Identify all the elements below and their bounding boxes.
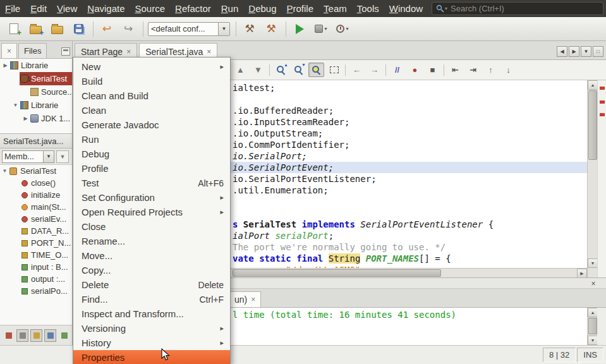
insert-mode-status[interactable]: INS bbox=[577, 348, 603, 362]
menu-view[interactable]: View bbox=[52, 0, 82, 17]
expander-icon[interactable]: ▶ bbox=[21, 116, 30, 121]
scrollbar-thumb[interactable] bbox=[588, 318, 597, 334]
show-non-public-filter[interactable] bbox=[44, 329, 56, 342]
context-menu-item-profile[interactable]: Profile bbox=[73, 161, 230, 176]
sort-by-source-filter[interactable] bbox=[58, 329, 70, 342]
context-menu-item-set-configuration[interactable]: Set Configuration▸ bbox=[73, 190, 230, 205]
context-menu-item-debug[interactable]: Debug bbox=[73, 147, 230, 161]
context-menu-item-versioning[interactable]: Versioning▸ bbox=[73, 321, 230, 336]
context-menu-item-inspect-and-transform[interactable]: Inspect and Transform... bbox=[73, 306, 230, 321]
chevron-down-icon[interactable]: ▾ bbox=[346, 26, 348, 32]
navigator-tree[interactable]: ▼SerialTestclose()initializemain(St...se… bbox=[0, 165, 72, 325]
context-menu-item-close[interactable]: Close bbox=[73, 219, 230, 234]
navigator-item[interactable]: PORT_N... bbox=[0, 237, 72, 249]
close-tab-icon[interactable]: × bbox=[126, 47, 131, 56]
context-menu-item-properties[interactable]: Properties bbox=[73, 350, 230, 364]
context-menu-item-delete[interactable]: DeleteDelete bbox=[73, 277, 230, 292]
menu-file[interactable]: File bbox=[0, 0, 25, 17]
output-vertical-scrollbar[interactable]: ▲ ▼ bbox=[587, 308, 597, 345]
chevron-down-icon[interactable]: ▼ bbox=[44, 150, 54, 163]
profile-project-button[interactable]: ▾ bbox=[334, 20, 351, 38]
project-tree-item[interactable]: ▶JDK 1... bbox=[0, 112, 72, 125]
toggle-rectangular-selection-button[interactable] bbox=[326, 63, 342, 77]
go-forward-button[interactable]: → bbox=[367, 63, 382, 77]
close-output-icon[interactable]: × bbox=[588, 279, 598, 288]
maximize-window-button[interactable]: □ bbox=[593, 46, 603, 57]
scrollbar-thumb[interactable] bbox=[588, 90, 597, 160]
context-menu-item-copy[interactable]: Copy... bbox=[73, 263, 230, 277]
stop-macro-recording-button[interactable]: ■ bbox=[425, 63, 440, 77]
navigator-item[interactable]: DATA_R... bbox=[0, 225, 72, 237]
show-inherited-members-filter[interactable] bbox=[3, 329, 15, 342]
context-menu-item-build[interactable]: Build bbox=[73, 74, 230, 88]
expander-icon[interactable]: ▼ bbox=[11, 102, 20, 108]
error-mark[interactable] bbox=[600, 113, 605, 116]
context-menu-item-rename[interactable]: Rename... bbox=[73, 234, 230, 248]
search-scope-arrow-icon[interactable]: ▾ bbox=[445, 6, 447, 11]
menu-team[interactable]: Team bbox=[318, 0, 352, 17]
scroll-up-icon[interactable]: ▲ bbox=[588, 308, 598, 317]
project-tree-item[interactable]: Source... bbox=[0, 85, 72, 99]
scroll-down-icon[interactable]: ▼ bbox=[588, 336, 598, 345]
move-line-down-button[interactable]: ↓ bbox=[500, 63, 516, 77]
context-menu-item-clean[interactable]: Clean bbox=[73, 103, 230, 118]
context-menu-item-find[interactable]: Find...Ctrl+F bbox=[73, 292, 230, 306]
context-menu-item-clean-and-build[interactable]: Clean and Build bbox=[73, 88, 230, 103]
debug-project-button[interactable]: ▾ bbox=[312, 20, 330, 38]
navigator-item[interactable]: initialize bbox=[0, 189, 72, 201]
navigator-item[interactable]: serialEv... bbox=[0, 213, 72, 225]
new-project-button[interactable] bbox=[27, 20, 44, 38]
show-fields-filter[interactable] bbox=[16, 329, 28, 342]
project-tree-item[interactable]: SerialTest bbox=[0, 72, 72, 85]
next-bookmark-button[interactable]: ▼ bbox=[250, 63, 266, 77]
previous-bookmark-button[interactable]: ▲ bbox=[233, 63, 248, 77]
tab-files[interactable]: Files bbox=[18, 43, 47, 58]
expander-icon[interactable]: ▶ bbox=[1, 63, 9, 68]
clean-and-build-button[interactable]: ⚒ bbox=[262, 20, 280, 38]
navigator-item[interactable]: serialPo... bbox=[0, 285, 72, 297]
navigator-view-value[interactable]: Memb... bbox=[2, 150, 44, 163]
navigator-item[interactable]: input : B... bbox=[0, 261, 72, 273]
menu-tools[interactable]: Tools bbox=[352, 0, 384, 17]
navigator-item[interactable]: main(St... bbox=[0, 201, 72, 213]
menu-debug[interactable]: Debug bbox=[243, 0, 281, 17]
menu-navigate[interactable]: Navigate bbox=[82, 0, 130, 17]
navigator-item[interactable]: close() bbox=[0, 177, 72, 189]
undo-button[interactable]: ↩ bbox=[98, 20, 116, 38]
menu-source[interactable]: Source bbox=[130, 0, 171, 17]
scroll-down-icon[interactable]: ▼ bbox=[588, 258, 598, 268]
close-tab-icon[interactable]: × bbox=[207, 47, 211, 56]
projects-tree[interactable]: ▶LibrarieSerialTestSource...▼Librarie▶JD… bbox=[0, 59, 72, 133]
context-menu-item-history[interactable]: History▸ bbox=[73, 336, 230, 350]
project-tree-item[interactable]: ▶Librarie bbox=[0, 59, 72, 72]
save-all-button[interactable] bbox=[70, 20, 87, 38]
error-mark[interactable] bbox=[600, 100, 605, 104]
redo-button[interactable]: ↪ bbox=[119, 20, 137, 38]
navigator-item[interactable]: TIME_O... bbox=[0, 249, 72, 261]
configuration-value[interactable]: <default conf... bbox=[148, 22, 219, 36]
toggle-search-highlight-button[interactable] bbox=[308, 63, 324, 77]
editor-vertical-scrollbar[interactable]: ▲ ▼ bbox=[587, 80, 597, 277]
shift-line-left-button[interactable]: ⇤ bbox=[447, 63, 463, 77]
context-menu-item-new[interactable]: New▸ bbox=[73, 59, 230, 74]
new-file-button[interactable] bbox=[5, 20, 23, 38]
close-tab-icon[interactable]: × bbox=[7, 47, 11, 56]
menu-edit[interactable]: Edit bbox=[25, 0, 52, 17]
error-mark[interactable] bbox=[600, 87, 605, 90]
tab-projects-truncated[interactable]: × bbox=[1, 43, 17, 58]
build-project-button[interactable]: ⚒ bbox=[241, 20, 258, 38]
tab-scroll-right-button[interactable]: ▶ bbox=[569, 46, 579, 57]
scroll-up-icon[interactable]: ▲ bbox=[588, 80, 598, 90]
context-menu-item-open-required-projects[interactable]: Open Required Projects▸ bbox=[73, 205, 230, 219]
context-menu-item-generate-javadoc[interactable]: Generate Javadoc bbox=[73, 118, 230, 132]
navigator-filter-icon[interactable]: ▼ bbox=[56, 150, 69, 163]
scrollbar-thumb[interactable] bbox=[233, 269, 441, 277]
find-next-occurrence-button[interactable]: ▼ bbox=[291, 63, 306, 77]
open-project-button[interactable] bbox=[48, 20, 66, 38]
close-tab-icon[interactable]: × bbox=[251, 295, 255, 304]
chevron-down-icon[interactable]: ▼ bbox=[219, 22, 230, 36]
menu-refactor[interactable]: Refactor bbox=[170, 0, 216, 17]
context-menu-item-test[interactable]: TestAlt+F6 bbox=[73, 176, 230, 190]
move-line-up-button[interactable]: ↑ bbox=[483, 63, 499, 77]
start-macro-recording-button[interactable]: ● bbox=[407, 63, 423, 77]
